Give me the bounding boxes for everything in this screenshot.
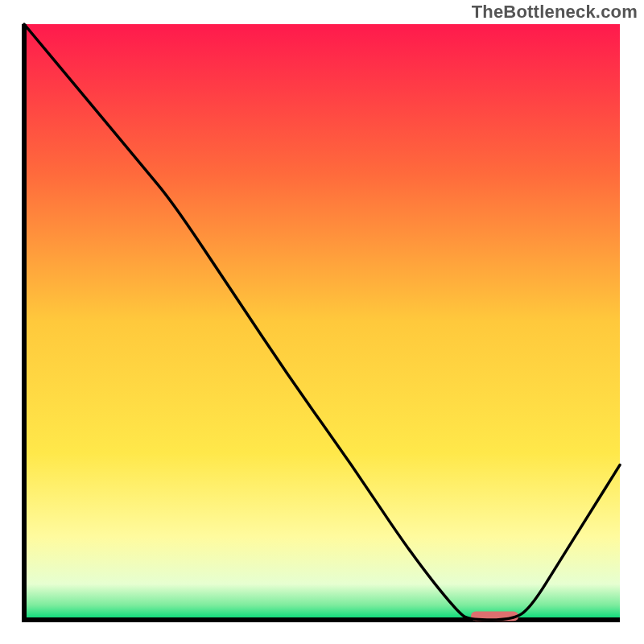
gradient-background	[24, 24, 620, 620]
bottleneck-chart	[0, 0, 644, 644]
watermark-text: TheBottleneck.com	[472, 2, 638, 23]
chart-frame: TheBottleneck.com	[0, 0, 644, 644]
